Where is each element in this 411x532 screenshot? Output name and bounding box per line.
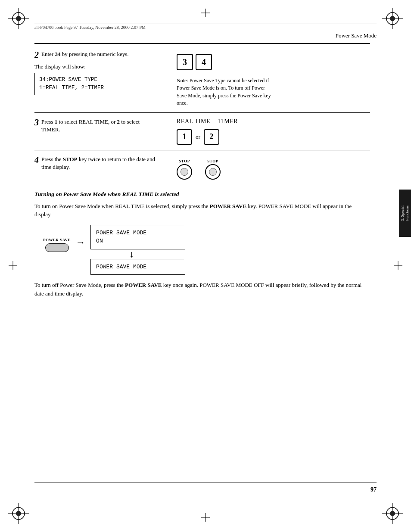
step-2-note: Note: Power Save Type cannot be selected…: [177, 77, 276, 107]
stop-inner-1: [181, 168, 188, 176]
side-tab-text: 5. Special Functions: [400, 205, 410, 221]
stop-inner-2: [209, 168, 217, 176]
step-3-left: 3 Press 1 to select REAL TIME, or 2 to s…: [34, 118, 168, 145]
reg-left-center: [9, 261, 17, 271]
key-1: 1: [177, 129, 192, 145]
reg-top-center: [201, 9, 210, 19]
step-2-text: 2 Enter 34 by pressing the numeric keys.: [34, 50, 159, 59]
stop-btn-2: STOP: [205, 159, 221, 180]
psm-key-button: [45, 243, 69, 252]
step-3-section: 3 Press 1 to select REAL TIME, or 2 to s…: [34, 113, 370, 150]
arrow-right: →: [76, 237, 85, 248]
step-2-sub-label: The display will show:: [34, 63, 159, 70]
step-3-number: 3: [34, 118, 39, 127]
key-4: 4: [196, 54, 212, 70]
step-4-number: 4: [34, 156, 39, 164]
step-2-section: 2 Enter 34 by pressing the numeric keys.…: [34, 45, 370, 113]
corner-mark-bl: [8, 503, 29, 524]
step-3-right: REAL TIME TIMER 1 or 2: [168, 118, 370, 145]
page-number: 97: [371, 486, 377, 493]
step-4-left: 4 Press the STOP key twice to return to …: [34, 156, 168, 180]
real-time-label: REAL TIME: [177, 118, 210, 125]
stop-label-1: STOP: [179, 159, 190, 163]
footer-rule-bottom: [34, 506, 377, 506]
step-2-left: 2 Enter 34 by pressing the numeric keys.…: [34, 50, 168, 107]
psm-key-area: POWER SAVE: [43, 238, 71, 252]
step-2-number: 2: [34, 50, 39, 59]
psm-key-label: POWER SAVE: [43, 238, 71, 242]
step-4-right: STOP STOP: [168, 156, 370, 180]
top-rule: [34, 43, 370, 44]
step-2-keys: 3 4: [177, 54, 212, 70]
header-bar: all-F04700.book Page 97 Tuesday, Novembe…: [34, 24, 377, 30]
stop-circle-2: [205, 164, 221, 180]
page-container: all-F04700.book Page 97 Tuesday, Novembe…: [0, 0, 411, 532]
corner-mark-tl: [8, 8, 29, 29]
rt-timer-labels: REAL TIME TIMER: [177, 118, 238, 125]
page-title: Power Save Mode: [336, 32, 377, 39]
svg-point-11: [16, 511, 21, 516]
psm-display-mode: POWER SAVE MODE: [90, 259, 185, 275]
main-content: 2 Enter 34 by pressing the numeric keys.…: [34, 45, 370, 480]
reg-right-center: [394, 261, 402, 271]
turn-off-text: To turn off Power Save Mode, press the P…: [34, 281, 370, 298]
svg-point-15: [390, 511, 395, 516]
reg-bottom-center: [201, 513, 210, 523]
timer-label: TIMER: [218, 118, 238, 125]
step-4-section: 4 Press the STOP key twice to return to …: [34, 150, 370, 185]
stop-label-2: STOP: [207, 159, 218, 163]
step-2-right: 3 4 Note: Power Save Type cannot be sele…: [168, 50, 370, 107]
side-tab: 5. Special Functions: [399, 190, 411, 237]
or-text: or: [196, 134, 200, 140]
step-3-keys: 1 or 2: [177, 129, 219, 145]
key-3: 3: [177, 54, 193, 70]
stop-btn-1: STOP: [177, 159, 192, 180]
key-2: 2: [204, 129, 219, 145]
down-arrow: ↓: [129, 249, 134, 259]
psm-display-on: POWER SAVE MODEON: [90, 225, 185, 249]
psm-section: Turning on Power Save Mode when REAL TIM…: [34, 185, 370, 298]
psm-displays: POWER SAVE MODEON ↓ POWER SAVE MODE: [90, 225, 185, 275]
svg-point-3: [16, 16, 21, 21]
step-3-text: 3 Press 1 to select REAL TIME, or 2 to s…: [34, 118, 159, 134]
file-info: all-F04700.book Page 97 Tuesday, Novembe…: [34, 25, 146, 30]
step-2-display: 34:POWER SAVE TYPE 1=REAL TIME, 2=TIMER: [34, 73, 129, 95]
stop-circle-1: [177, 164, 192, 180]
svg-point-7: [390, 16, 395, 21]
psm-desc: To turn on Power Save Mode when REAL TIM…: [34, 202, 370, 219]
psm-diagram: POWER SAVE → POWER SAVE MODEON ↓ POWER S…: [43, 225, 370, 275]
corner-mark-br: [382, 503, 403, 524]
step-4-text: 4 Press the STOP key twice to return to …: [34, 156, 159, 171]
footer-rule-top: [34, 482, 377, 482]
stop-buttons: STOP STOP: [177, 159, 221, 180]
corner-mark-tr: [382, 8, 403, 29]
psm-title: Turning on Power Save Mode when REAL TIM…: [34, 191, 370, 198]
